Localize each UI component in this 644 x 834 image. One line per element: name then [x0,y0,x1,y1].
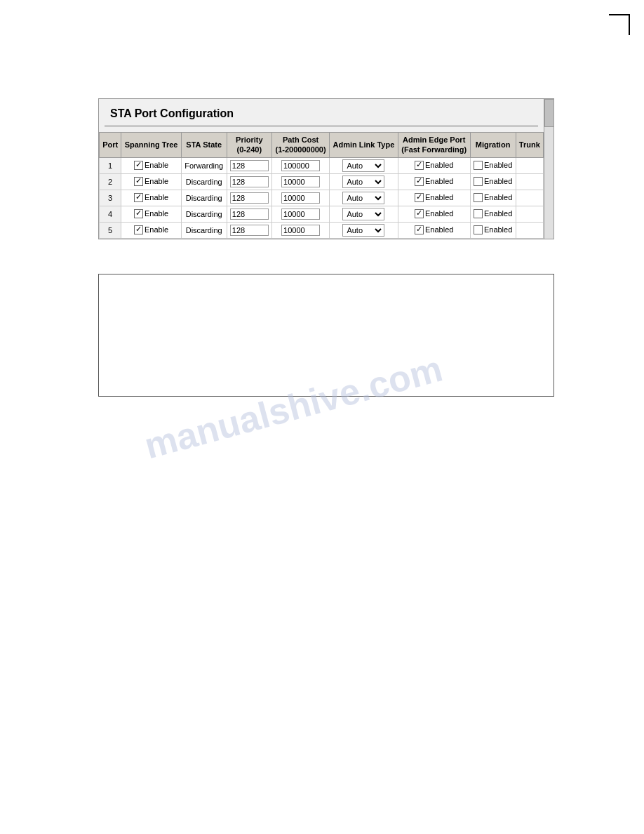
migration-checkbox[interactable] [474,177,483,186]
cell-admin-link-type[interactable]: AutoHalf-duplexFull-duplex [330,157,398,173]
col-header-migration: Migration [470,133,516,158]
config-table: Port Spanning Tree STA State Priority(0-… [99,132,544,239]
col-header-sta-state: STA State [181,133,227,158]
cell-port: 2 [100,173,121,190]
col-header-spanning-tree: Spanning Tree [121,133,182,158]
cell-port: 4 [100,206,121,222]
cell-priority[interactable] [227,190,272,206]
table-row: 5EnableDiscardingAutoHalf-duplexFull-dup… [100,222,544,238]
col-header-trunk: Trunk [516,133,543,158]
table-row: 3EnableDiscardingAutoHalf-duplexFull-dup… [100,190,544,206]
cell-port: 3 [100,190,121,206]
cell-admin-link-type[interactable]: AutoHalf-duplexFull-duplex [330,222,398,238]
priority-input[interactable] [230,225,269,236]
cell-sta-state: Forwarding [181,157,227,173]
scrollbar-track[interactable] [544,99,554,239]
cell-priority[interactable] [227,206,272,222]
cell-trunk [516,157,543,173]
migration-label: Enabled [484,177,512,185]
path-cost-input[interactable] [281,225,320,236]
cell-path-cost[interactable] [272,173,330,190]
path-cost-input[interactable] [281,192,320,204]
admin-edge-label: Enabled [425,193,453,201]
admin-edge-checkbox[interactable] [415,161,424,170]
cell-migration[interactable]: Enabled [470,206,516,222]
cell-admin-edge-port[interactable]: Enabled [398,157,470,173]
cell-migration[interactable]: Enabled [470,157,516,173]
spanning-tree-checkbox[interactable] [134,193,143,202]
cell-priority[interactable] [227,157,272,173]
priority-input[interactable] [230,192,269,204]
migration-label: Enabled [484,161,512,169]
cell-priority[interactable] [227,222,272,238]
cell-path-cost[interactable] [272,190,330,206]
cell-sta-state: Discarding [181,206,227,222]
admin-edge-checkbox[interactable] [415,209,424,218]
admin-edge-label: Enabled [425,177,453,185]
admin-link-type-select[interactable]: AutoHalf-duplexFull-duplex [342,208,384,220]
table-row: 1EnableForwardingAutoHalf-duplexFull-dup… [100,157,544,173]
cell-migration[interactable]: Enabled [470,173,516,190]
migration-checkbox[interactable] [474,161,483,170]
cell-admin-edge-port[interactable]: Enabled [398,173,470,190]
cell-admin-edge-port[interactable]: Enabled [398,206,470,222]
migration-checkbox[interactable] [474,225,483,234]
admin-link-type-select[interactable]: AutoHalf-duplexFull-duplex [342,192,384,204]
scrollbar-thumb[interactable] [544,99,554,127]
admin-link-type-select[interactable]: AutoHalf-duplexFull-duplex [342,176,384,188]
cell-trunk [516,173,543,190]
cell-priority[interactable] [227,173,272,190]
spanning-tree-checkbox[interactable] [134,225,143,234]
spanning-tree-label: Enable [145,161,168,169]
cell-admin-link-type[interactable]: AutoHalf-duplexFull-duplex [330,190,398,206]
cell-path-cost[interactable] [272,206,330,222]
cell-sta-state: Discarding [181,173,227,190]
cell-spanning-tree[interactable]: Enable [121,190,182,206]
table-row: 2EnableDiscardingAutoHalf-duplexFull-dup… [100,173,544,190]
migration-checkbox[interactable] [474,209,483,218]
priority-input[interactable] [230,160,269,171]
admin-link-type-select[interactable]: AutoHalf-duplexFull-duplex [342,224,384,237]
cell-path-cost[interactable] [272,157,330,173]
cell-trunk [516,190,543,206]
cell-admin-link-type[interactable]: AutoHalf-duplexFull-duplex [330,206,398,222]
spanning-tree-label: Enable [145,209,168,218]
cell-spanning-tree[interactable]: Enable [121,157,182,173]
col-header-admin-link-type: Admin Link Type [330,133,398,158]
admin-link-type-select[interactable]: AutoHalf-duplexFull-duplex [342,159,384,172]
col-header-port: Port [100,133,121,158]
cell-sta-state: Discarding [181,190,227,206]
cell-admin-edge-port[interactable]: Enabled [398,222,470,238]
migration-label: Enabled [484,209,512,218]
admin-edge-checkbox[interactable] [415,193,424,202]
panel-title: STA Port Configuration [99,99,544,126]
priority-input[interactable] [230,176,269,187]
cell-spanning-tree[interactable]: Enable [121,206,182,222]
spanning-tree-checkbox[interactable] [134,209,143,218]
spanning-tree-checkbox[interactable] [134,177,143,186]
priority-input[interactable] [230,208,269,220]
cell-port: 1 [100,157,121,173]
cell-admin-edge-port[interactable]: Enabled [398,190,470,206]
spanning-tree-checkbox[interactable] [134,161,143,170]
cell-migration[interactable]: Enabled [470,222,516,238]
cell-sta-state: Discarding [181,222,227,238]
spanning-tree-label: Enable [145,177,168,185]
migration-label: Enabled [484,193,512,201]
cell-spanning-tree[interactable]: Enable [121,222,182,238]
corner-bracket-decoration [609,14,630,35]
path-cost-input[interactable] [281,176,320,187]
cell-admin-link-type[interactable]: AutoHalf-duplexFull-duplex [330,173,398,190]
path-cost-input[interactable] [281,208,320,220]
migration-checkbox[interactable] [474,193,483,202]
cell-port: 5 [100,222,121,238]
cell-migration[interactable]: Enabled [470,190,516,206]
col-header-priority: Priority(0-240) [227,133,272,158]
panel-divider [105,126,538,126]
path-cost-input[interactable] [281,160,320,171]
cell-path-cost[interactable] [272,222,330,238]
admin-edge-checkbox[interactable] [415,177,424,186]
migration-label: Enabled [484,225,512,234]
cell-spanning-tree[interactable]: Enable [121,173,182,190]
admin-edge-checkbox[interactable] [415,225,424,234]
